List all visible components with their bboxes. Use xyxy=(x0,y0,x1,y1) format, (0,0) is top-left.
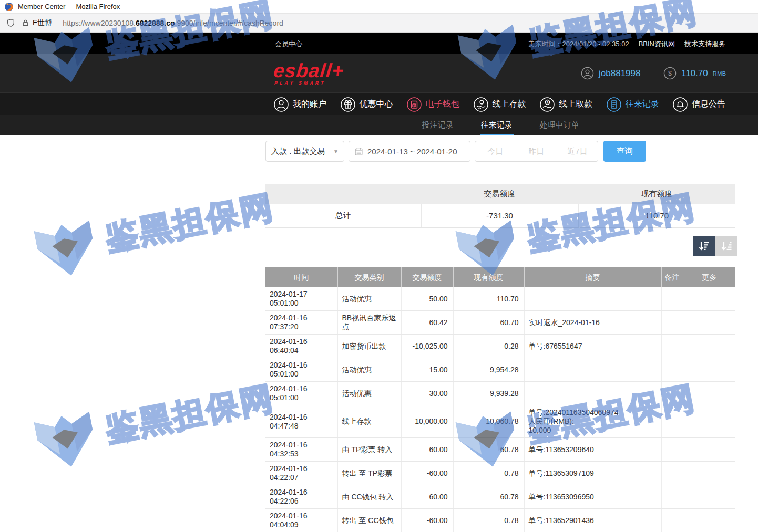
sort-controls xyxy=(693,236,737,256)
table-row: 2024-01-16 06:40:04加密货币出款 -10,025.000.28… xyxy=(265,335,735,358)
window-title: Member Center — Mozilla Firefox xyxy=(18,3,120,11)
summary-total-balance: 110.70 xyxy=(578,204,735,227)
table-row: 2024-01-16 04:04:09转出 至 CC钱包 -60.000.78 … xyxy=(265,509,735,532)
transaction-type-select[interactable]: 入款 . 出款交易 ▼ xyxy=(265,141,344,162)
table-row: 2024-01-17 05:01:00活动优惠 50.00110.70 xyxy=(265,287,735,311)
member-center-label: 会员中心 xyxy=(275,39,302,49)
nav-transaction-records[interactable]: 往来记录 xyxy=(606,97,659,112)
sort-ascending-icon xyxy=(720,240,733,253)
watermark-logo-icon xyxy=(27,401,105,475)
firefox-icon xyxy=(4,2,14,12)
watermark: 鉴黑担保网 xyxy=(27,367,280,475)
calendar-icon xyxy=(354,147,363,156)
top-utility-bar: 会员中心 美东时间：2024/01/20 - 02:35:02 BBIN资讯网 … xyxy=(0,33,758,54)
tab-bet-records[interactable]: 投注记录 xyxy=(421,115,455,135)
coin-icon: $ xyxy=(663,67,677,80)
today-button[interactable]: 今日 xyxy=(475,141,516,161)
summary-table: 交易额度 现有额度 总计 -731.30 110.70 xyxy=(265,184,735,228)
records-table: 时间 交易类别 交易额度 现有额度 摘要 备注 更多 2024-01-17 05… xyxy=(265,267,735,532)
last7days-button[interactable]: 近7日 xyxy=(557,141,598,161)
esball-logo[interactable]: esball+ PLAY SMART xyxy=(272,61,345,86)
sort-descending-icon xyxy=(698,240,710,253)
nav-e-wallet[interactable]: $ 电子钱包 xyxy=(406,97,459,112)
table-row: 2024-01-16 05:01:00活动优惠 15.009,954.28 xyxy=(265,358,735,382)
svg-text:$: $ xyxy=(413,103,415,107)
col-category: 交易类别 xyxy=(337,267,401,287)
table-row: 2024-01-16 05:01:00活动优惠 30.009,939.28 xyxy=(265,382,735,405)
bbin-news-link[interactable]: BBIN资讯网 xyxy=(639,39,675,49)
tab-cash-records[interactable]: 往来记录 xyxy=(480,115,514,135)
table-row: 2024-01-16 04:22:06由 CC钱包 转入 60.0060.78 … xyxy=(265,485,735,509)
sub-tab-bar: 投注记录 往来记录 处理中订单 xyxy=(0,115,758,135)
summary-total-label: 总计 xyxy=(265,204,421,227)
nav-promotions[interactable]: 优惠中心 xyxy=(340,97,393,112)
gift-icon xyxy=(340,97,356,112)
summary-header-empty xyxy=(265,184,421,204)
summary-total-amount: -731.30 xyxy=(421,204,578,227)
main-navigation-bar: 我的账户 优惠中心 $ 电子钱包 线上存款 $ 线上取款 xyxy=(0,92,758,115)
sort-descending-button[interactable] xyxy=(693,236,715,256)
sort-ascending-button[interactable] xyxy=(715,236,737,256)
col-amount: 交易额度 xyxy=(401,267,453,287)
table-row: 2024-01-16 04:22:07转出 至 TP彩票 -60.000.78 … xyxy=(265,462,735,485)
date-range-input[interactable]: 2024-01-13 ~ 2024-01-20 xyxy=(349,141,470,162)
withdraw-icon: $ xyxy=(539,97,555,112)
deposit-icon xyxy=(473,97,489,112)
brand-header: esball+ PLAY SMART job881998 $ 110.70 RM… xyxy=(0,54,758,92)
col-time: 时间 xyxy=(265,267,337,287)
account-balance[interactable]: $ 110.70 RMB xyxy=(663,54,726,92)
table-row: 2024-01-16 04:32:53由 TP彩票 转入 60.0060.78 … xyxy=(265,438,735,462)
tech-support-link[interactable]: 技术支持服务 xyxy=(684,39,725,49)
records-icon xyxy=(606,97,622,112)
nav-online-deposit[interactable]: 线上存款 xyxy=(473,97,526,112)
yesterday-button[interactable]: 昨日 xyxy=(516,141,557,161)
nav-announcements[interactable]: 信息公告 xyxy=(672,97,725,112)
quick-range-group: 今日 昨日 近7日 xyxy=(475,141,598,162)
col-more: 更多 xyxy=(683,267,735,287)
records-header-row: 时间 交易类别 交易额度 现有额度 摘要 备注 更多 xyxy=(265,267,735,287)
bell-icon xyxy=(672,97,688,112)
tab-pending-orders[interactable]: 处理中订单 xyxy=(539,115,580,135)
table-row: 2024-01-16 04:47:48线上存款 10,000.0010,060.… xyxy=(265,405,735,438)
user-icon xyxy=(273,97,289,112)
svg-text:$: $ xyxy=(668,70,672,77)
address-url[interactable]: https://www20230108.6822888.co:9900/infe… xyxy=(63,19,283,27)
svg-text:$: $ xyxy=(547,101,549,104)
browser-title-bar: Member Center — Mozilla Firefox xyxy=(0,0,758,14)
chevron-down-icon: ▼ xyxy=(333,149,339,154)
watermark-logo-icon xyxy=(27,210,105,284)
account-username[interactable]: job881998 xyxy=(581,54,640,92)
site-identity-label[interactable]: E世博 xyxy=(33,18,52,28)
search-button[interactable]: 查询 xyxy=(603,141,646,162)
col-note: 备注 xyxy=(661,267,683,287)
watermark: 鉴黑担保网 xyxy=(27,176,280,284)
eastern-time: 美东时间：2024/01/20 - 02:35:02 xyxy=(528,39,629,49)
summary-header-amount: 交易额度 xyxy=(421,184,578,204)
browser-url-bar[interactable]: E世博 https://www20230108.6822888.co:9900/… xyxy=(0,14,758,33)
col-balance: 现有额度 xyxy=(453,267,524,287)
nav-online-withdraw[interactable]: $ 线上取款 xyxy=(539,97,592,112)
summary-header-balance: 现有额度 xyxy=(578,184,735,204)
summary-total-row: 总计 -731.30 110.70 xyxy=(265,204,735,227)
shield-icon[interactable] xyxy=(6,18,15,27)
table-row: 2024-01-16 07:37:20BB视讯百家乐返点 60.4260.70 … xyxy=(265,311,735,335)
col-summary: 摘要 xyxy=(524,267,661,287)
user-badge-icon xyxy=(581,67,594,80)
lock-icon[interactable] xyxy=(22,19,29,27)
wallet-icon: $ xyxy=(406,97,422,112)
nav-my-account[interactable]: 我的账户 xyxy=(273,97,326,112)
